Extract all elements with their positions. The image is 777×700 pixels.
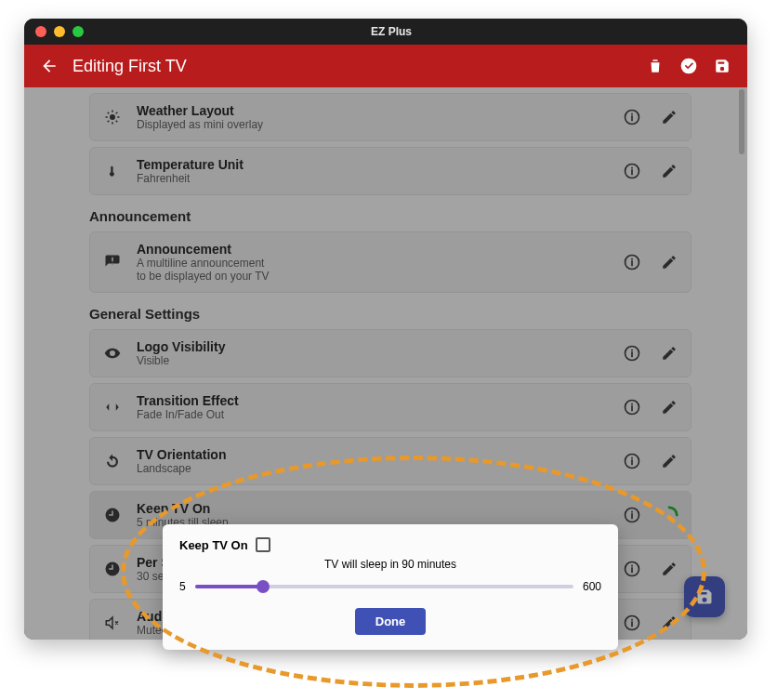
sleep-slider[interactable] xyxy=(195,585,573,588)
slider-min-label: 5 xyxy=(179,580,186,593)
scrollbar-thumb[interactable] xyxy=(739,89,744,154)
info-icon[interactable] xyxy=(622,343,642,363)
row-title: TV Orientation xyxy=(137,447,605,462)
save-fab[interactable] xyxy=(684,576,725,617)
info-icon[interactable] xyxy=(622,613,642,633)
row-subtitle: A multiline announcement to be displayed… xyxy=(137,257,605,283)
edit-icon[interactable] xyxy=(659,559,679,579)
save-icon[interactable] xyxy=(712,56,732,76)
section-heading-announcement: Announcement xyxy=(89,208,691,224)
info-icon[interactable] xyxy=(622,252,642,272)
edit-icon[interactable] xyxy=(659,252,679,272)
edit-icon[interactable] xyxy=(659,107,679,127)
popup-label: Keep TV On xyxy=(179,538,248,552)
slider-knob[interactable] xyxy=(257,580,270,593)
edit-icon[interactable] xyxy=(659,613,679,633)
info-icon[interactable] xyxy=(622,451,642,471)
popup-message: TV will sleep in 90 minutes xyxy=(179,558,601,571)
info-icon[interactable] xyxy=(622,107,642,127)
svg-line-5 xyxy=(108,112,110,114)
page-title: Editing First TV xyxy=(72,57,187,76)
eye-icon xyxy=(101,345,124,362)
edit-icon[interactable] xyxy=(659,343,679,363)
row-title: Keep TV On xyxy=(137,501,605,516)
clock-icon xyxy=(101,507,124,523)
general-row-2[interactable]: TV OrientationLandscape xyxy=(89,437,691,485)
delete-icon[interactable] xyxy=(645,56,665,76)
clock-icon xyxy=(101,561,124,577)
edit-icon[interactable] xyxy=(659,161,679,181)
row-subtitle: Displayed as mini overlay xyxy=(137,118,605,131)
row-title: Announcement xyxy=(137,242,605,257)
announcement-icon xyxy=(101,254,124,271)
row-title: Logo Visibility xyxy=(137,339,605,354)
transition-icon xyxy=(101,399,124,416)
mute-icon xyxy=(101,614,124,631)
svg-line-8 xyxy=(116,112,118,114)
row-subtitle: Fahrenheit xyxy=(137,172,605,185)
svg-line-6 xyxy=(116,121,118,123)
back-icon[interactable] xyxy=(39,56,59,76)
app-header: Editing First TV xyxy=(24,45,747,87)
titlebar: EZ Plus xyxy=(24,19,747,45)
info-icon[interactable] xyxy=(622,397,642,417)
approve-icon[interactable] xyxy=(678,56,699,76)
svg-line-7 xyxy=(108,121,110,123)
info-icon[interactable] xyxy=(622,505,642,525)
thermometer-icon xyxy=(101,163,124,179)
row-title: Transition Effect xyxy=(137,393,605,408)
weather-row-1[interactable]: Temperature UnitFahrenheit xyxy=(89,147,691,195)
row-subtitle: Landscape xyxy=(137,462,605,475)
slider-max-label: 600 xyxy=(583,580,601,593)
general-row-1[interactable]: Transition EffectFade In/Fade Out xyxy=(89,383,691,431)
section-heading-general: General Settings xyxy=(89,306,691,322)
scrollbar-track[interactable] xyxy=(738,87,745,640)
row-subtitle: Fade In/Fade Out xyxy=(137,408,605,421)
loading-spinner-icon xyxy=(659,505,679,525)
announcement-row-0[interactable]: AnnouncementA multiline announcement to … xyxy=(89,231,691,293)
edit-icon[interactable] xyxy=(659,451,679,471)
info-icon[interactable] xyxy=(622,161,642,181)
weather-row-0[interactable]: Weather LayoutDisplayed as mini overlay xyxy=(89,93,691,141)
keep-tv-on-popup: Keep TV On TV will sleep in 90 minutes 5… xyxy=(163,524,618,650)
row-title: Weather Layout xyxy=(137,103,605,118)
keep-tv-on-checkbox[interactable] xyxy=(256,537,270,552)
general-row-0[interactable]: Logo VisibilityVisible xyxy=(89,329,691,377)
info-icon[interactable] xyxy=(622,559,642,579)
rotate-icon xyxy=(101,453,124,469)
row-subtitle: Visible xyxy=(137,354,605,367)
row-title: Temperature Unit xyxy=(137,157,605,172)
app-title: EZ Plus xyxy=(35,25,747,38)
sun-icon xyxy=(101,109,124,125)
done-button[interactable]: Done xyxy=(355,608,427,635)
edit-icon[interactable] xyxy=(659,397,679,417)
svg-point-0 xyxy=(110,114,115,120)
